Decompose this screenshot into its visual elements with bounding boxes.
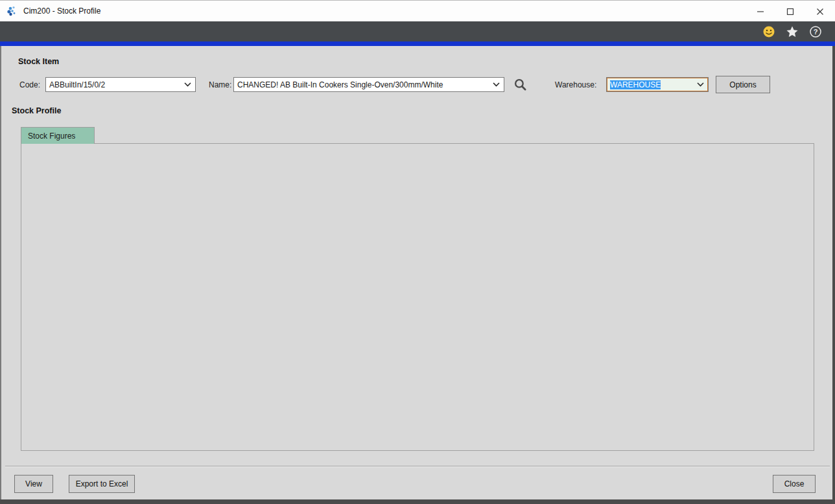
code-combobox[interactable]: ABBuiltIn/15/0/2 <box>45 77 196 92</box>
window-title: Cim200 - Stock Profile <box>23 6 100 16</box>
warehouse-combobox[interactable]: WAREHOUSE <box>606 77 709 92</box>
tab-stock-figures[interactable]: Stock Figures <box>21 127 95 144</box>
name-combobox[interactable]: CHANGED! AB Built-In Cookers Single-Oven… <box>233 77 504 92</box>
smiley-feedback-icon[interactable] <box>762 25 775 38</box>
minimize-button[interactable] <box>746 1 775 22</box>
window-controls <box>746 1 835 22</box>
close-dialog-button[interactable]: Close <box>773 475 816 493</box>
close-button[interactable] <box>805 1 835 22</box>
stock-profile-section-title: Stock Profile <box>12 106 61 115</box>
maximize-button[interactable] <box>775 1 805 22</box>
svg-text:?: ? <box>814 28 818 36</box>
favorite-star-icon[interactable] <box>786 25 799 38</box>
warehouse-label: Warehouse: <box>555 80 596 90</box>
stock-item-section-title: Stock Item <box>18 57 59 66</box>
code-value: ABBuiltIn/15/0/2 <box>46 80 180 89</box>
view-button[interactable]: View <box>14 475 53 493</box>
warehouse-value: WAREHOUSE <box>610 80 661 89</box>
name-label: Name: <box>209 80 231 90</box>
name-value: CHANGED! AB Built-In Cookers Single-Oven… <box>234 80 488 89</box>
chevron-down-icon[interactable] <box>692 82 708 87</box>
toolbar: ? <box>0 21 835 41</box>
stock-profile-window: Cim200 - Stock Profile <box>0 0 835 504</box>
app-icon <box>6 5 18 17</box>
chevron-down-icon[interactable] <box>180 82 195 87</box>
accent-bar <box>0 41 835 46</box>
export-to-excel-button[interactable]: Export to Excel <box>69 475 135 493</box>
titlebar: Cim200 - Stock Profile <box>0 0 835 21</box>
code-label: Code: <box>19 80 40 90</box>
chevron-down-icon[interactable] <box>488 82 504 87</box>
window-frame-bottom <box>0 499 835 504</box>
options-button[interactable]: Options <box>716 76 770 93</box>
footer-divider <box>5 466 830 467</box>
window-frame-left <box>0 46 1 504</box>
window-frame-right <box>832 46 835 504</box>
tab-label: Stock Figures <box>28 132 75 141</box>
stock-figures-panel <box>21 143 814 451</box>
help-icon[interactable]: ? <box>809 25 822 38</box>
search-icon[interactable] <box>513 78 527 91</box>
